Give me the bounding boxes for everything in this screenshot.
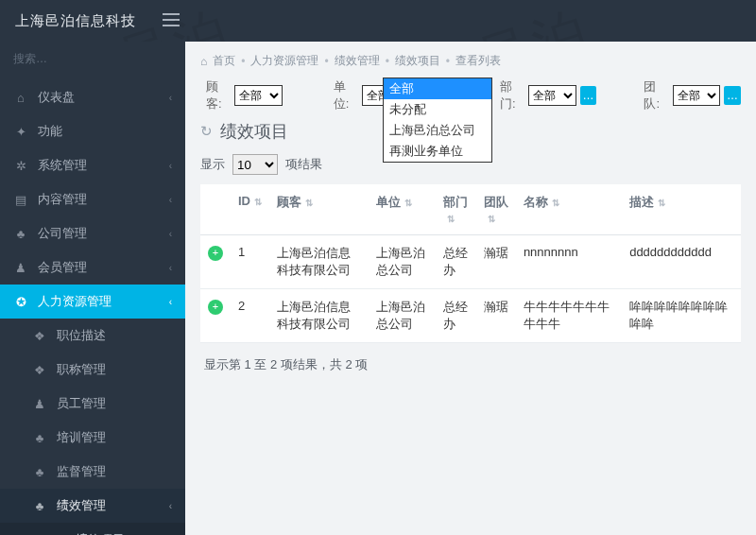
cell-dept: 总经办 [436,235,476,289]
breadcrumb-performance[interactable]: 绩效管理 [335,53,380,69]
hr-icon: ✪ [13,294,28,309]
sidebar-item-supervision-mgmt[interactable]: ♣ 监督管理 [0,455,185,489]
file-icon: ▤ [13,192,28,207]
cell-team: 瀚琚 [476,289,516,343]
table-row[interactable]: + 1 上海邑泊信息科技有限公司 上海邑泊总公司 总经办 瀚琚 nnnnnnnn… [200,235,741,289]
filter-dept-label: 部门: [500,78,524,112]
topbar: 上海邑泊信息科技 [0,0,756,42]
sidebar-item-system[interactable]: ✲ 系统管理 ‹ [0,148,185,182]
sidebar-item-label: 内容管理 [38,191,87,208]
menu-toggle-icon[interactable] [163,13,180,29]
sidebar-item-label: 系统管理 [38,157,87,174]
sidebar-item-training-mgmt[interactable]: ♣ 培训管理 [0,421,185,455]
cell-name: 牛牛牛牛牛牛牛牛牛牛 [516,289,622,343]
filter-dept-select[interactable]: 全部 [528,85,576,106]
sort-icon: ⇅ [552,198,559,208]
cell-desc: 哞哞哞哞哞哞哞哞哞哞 [622,289,741,343]
table-header-row: ID⇅ 顾客⇅ 单位⇅ 部门⇅ 团队⇅ 名称⇅ 描述⇅ [200,184,741,235]
brand-title: 上海邑泊信息科技 [15,12,136,30]
unit-option-all[interactable]: 全部 [384,78,491,99]
sidebar-item-dashboard[interactable]: ⌂ 仪表盘 ‹ [0,80,185,114]
sidebar-item-performance-mgmt[interactable]: ♣ 绩效管理 ‹ [0,489,185,523]
sidebar-item-label: 绩效项目 [76,531,125,535]
sidebar-item-label: 仪表盘 [38,89,75,106]
sidebar-item-company[interactable]: ♣ 公司管理 ‹ [0,216,185,250]
sitemap-icon: ♣ [13,226,28,241]
cell-id: 2 [231,289,269,343]
chevron-down-icon: ‹ [169,229,172,239]
sidebar-item-performance-project[interactable]: ✧ 绩效项目 [0,523,185,535]
sidebar-item-features[interactable]: ✦ 功能 [0,114,185,148]
unit-option-retest[interactable]: 再测业务单位 [384,141,491,162]
sidebar-item-label: 会员管理 [38,259,87,276]
col-name[interactable]: 名称⇅ [516,184,622,235]
tag-icon: ❖ [32,328,47,343]
sidebar-hr-submenu: ❖ 职位描述 ❖ 职称管理 ♟ 员工管理 ♣ 培训管理 ♣ 监督管理 ♣ 绩效管… [0,319,185,535]
cell-unit: 上海邑泊总公司 [369,289,436,343]
sidebar-item-label: 监督管理 [57,463,106,480]
sidebar-item-label: 培训管理 [57,429,106,446]
chevron-down-icon: ‹ [169,297,172,307]
sidebar-item-title-mgmt[interactable]: ❖ 职称管理 [0,353,185,387]
sidebar-item-job-desc[interactable]: ❖ 职位描述 [0,319,185,353]
col-id[interactable]: ID⇅ [231,184,269,235]
sidebar-item-label: 职位描述 [57,327,106,344]
home-icon: ⌂ [13,90,28,105]
breadcrumb-home[interactable]: 首页 [213,53,235,69]
sort-icon: ⇅ [658,198,665,208]
show-prefix: 显示 [200,156,225,173]
page-size-select[interactable]: 10 [232,154,278,175]
sidebar-item-label: 人力资源管理 [38,293,112,310]
unit-option-hq[interactable]: 上海邑泊总公司 [384,120,491,141]
graduation-icon: ♣ [32,430,47,445]
filter-team-more-button[interactable]: … [724,86,741,105]
cell-dept: 总经办 [436,289,476,343]
filter-customer-label: 顾客: [206,78,231,112]
breadcrumb-sep: • [241,55,245,68]
breadcrumb-project[interactable]: 绩效项目 [395,53,440,69]
refresh-icon[interactable]: ↻ [200,123,213,140]
chevron-down-icon: ‹ [169,161,172,171]
results-summary: 显示第 1 至 2 项结果，共 2 项 [204,356,737,373]
col-unit[interactable]: 单位⇅ [369,184,436,235]
cell-customer: 上海邑泊信息科技有限公司 [269,235,369,289]
table-row[interactable]: + 2 上海邑泊信息科技有限公司 上海邑泊总公司 总经办 瀚琚 牛牛牛牛牛牛牛牛… [200,289,741,343]
sidebar-item-employee-mgmt[interactable]: ♟ 员工管理 [0,387,185,421]
breadcrumb-hr[interactable]: 人力资源管理 [250,53,318,69]
sidebar-item-member[interactable]: ♟ 会员管理 ‹ [0,250,185,285]
breadcrumb-sep: • [386,55,389,68]
col-customer[interactable]: 顾客⇅ [269,184,369,235]
chevron-down-icon: ‹ [169,93,172,103]
col-desc[interactable]: 描述⇅ [622,184,741,235]
sidebar-item-content[interactable]: ▤ 内容管理 ‹ [0,182,185,216]
filter-dept-more-button[interactable]: … [580,86,597,105]
sidebar-item-label: 功能 [38,123,62,140]
sort-icon: ⇅ [305,198,313,208]
breadcrumb: ⌂ 首页 • 人力资源管理 • 绩效管理 • 绩效项目 • 查看列表 [200,53,741,69]
filter-customer-select[interactable]: 全部 [234,85,282,106]
breadcrumb-current: 查看列表 [455,53,501,69]
col-dept[interactable]: 部门⇅ [436,184,476,235]
filter-unit-dropdown: 全部 未分配 上海邑泊总公司 再测业务单位 [383,78,492,163]
gear-icon: ✦ [13,124,28,139]
chevron-down-icon: ‹ [169,501,172,511]
expand-row-icon[interactable]: + [208,300,223,315]
home-icon: ⌂ [200,55,207,68]
cell-unit: 上海邑泊总公司 [369,235,436,289]
filter-team-label: 团队: [644,78,668,112]
chevron-down-icon: ‹ [169,263,172,273]
expand-row-icon[interactable]: + [208,246,223,261]
chevron-down-icon: ‹ [169,195,172,205]
unit-option-unassigned[interactable]: 未分配 [384,99,491,120]
page-title: 绩效项目 [220,120,288,143]
filter-team-select[interactable]: 全部 [673,85,720,106]
sidebar-item-hr[interactable]: ✪ 人力资源管理 ‹ [0,285,185,319]
users-icon: ♟ [13,260,28,275]
sidebar-search[interactable]: 搜索… [0,42,185,80]
cogs-icon: ✲ [13,158,28,173]
sort-icon: ⇅ [447,214,455,224]
chart-icon: ♣ [32,498,47,513]
sidebar-item-label: 员工管理 [57,395,106,412]
col-team[interactable]: 团队⇅ [476,184,516,235]
eye-icon: ♣ [32,464,47,479]
